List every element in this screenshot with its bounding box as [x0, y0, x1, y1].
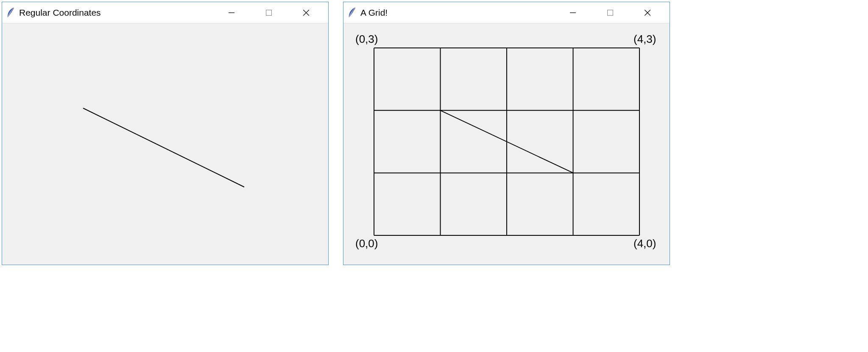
canvas-svg: [2, 23, 328, 265]
window-title: A Grid!: [360, 8, 554, 18]
app-feather-icon: [6, 7, 15, 18]
grid-label-bottom-left: (0,0): [355, 237, 378, 250]
maximize-button[interactable]: [250, 3, 287, 23]
arrow-line: [83, 108, 244, 187]
grid-label-top-left: (0,3): [355, 33, 378, 46]
canvas-area: [2, 23, 328, 265]
canvas-svg: [343, 23, 670, 265]
window-regular-coordinates: Regular Coordinates: [2, 2, 329, 265]
window-controls: [213, 3, 325, 23]
window-title: Regular Coordinates: [19, 8, 213, 18]
close-button[interactable]: [629, 3, 666, 23]
close-button[interactable]: [287, 3, 325, 23]
titlebar[interactable]: A Grid!: [343, 2, 670, 23]
window-a-grid: A Grid! (0,3) (4,3) (0,0) (4,0): [343, 2, 670, 265]
minimize-button[interactable]: [554, 3, 592, 23]
minimize-button[interactable]: [213, 3, 250, 23]
titlebar[interactable]: Regular Coordinates: [2, 2, 328, 23]
canvas-area: (0,3) (4,3) (0,0) (4,0): [343, 23, 670, 265]
app-feather-icon: [348, 7, 356, 18]
grid-label-top-right: (4,3): [634, 33, 656, 46]
grid-label-bottom-right: (4,0): [634, 237, 656, 250]
window-controls: [554, 3, 666, 23]
maximize-button[interactable]: [592, 3, 629, 23]
